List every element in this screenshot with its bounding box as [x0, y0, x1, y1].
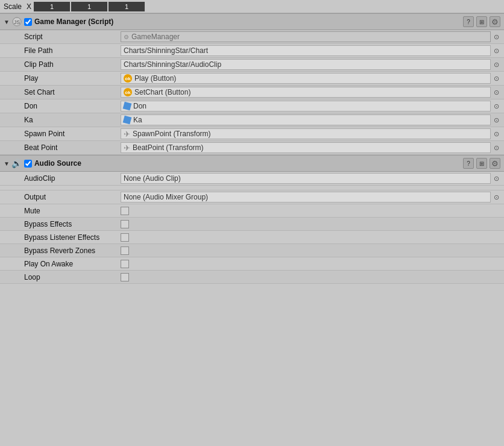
prop-value-text: Don [133, 102, 146, 110]
gm-prop-row: Ka Ka ⊙ [0, 113, 504, 127]
prop-value-cell: Don ⊙ [121, 101, 504, 111]
gm-prop-row: Clip Path Charts/ShinningStar/AudioClip … [0, 58, 504, 72]
audio-source-expand-button[interactable]: ⊞ [476, 158, 487, 169]
gear-icon: ⚙ [491, 17, 499, 27]
game-manager-collapse-arrow[interactable]: ▼ [4, 19, 10, 25]
prop-checkbox[interactable] [121, 233, 129, 242]
prop-settings-button[interactable]: ⊙ [491, 128, 502, 139]
ok-icon: ok [124, 88, 132, 96]
prop-value-cell: ✈ BeatPoint (Transform) ⊙ [121, 142, 504, 153]
script-value-field[interactable]: ⚙ GameManager [121, 31, 491, 42]
prop-checkbox[interactable] [121, 260, 129, 268]
prop-value-field[interactable]: ok SetChart (Button) [121, 87, 491, 98]
prop-value-field[interactable]: None (Audio Mixer Group) [121, 192, 491, 203]
prop-settings-button[interactable]: ⊙ [491, 59, 502, 70]
as-check-row: Mute [0, 204, 504, 218]
gear-icon: ⚙ [491, 159, 499, 168]
prop-value-field[interactable]: None (Audio Clip) [121, 173, 491, 184]
prop-label: Output [0, 193, 121, 201]
prop-settings-button[interactable]: ⊙ [491, 45, 502, 56]
prop-value-field[interactable]: ok Play (Button) [121, 73, 491, 84]
scale-x-input[interactable] [34, 2, 70, 11]
prop-value-field[interactable]: ✈ BeatPoint (Transform) [121, 142, 491, 153]
game-manager-gear-button[interactable]: ⚙ [490, 16, 500, 27]
game-manager-header-buttons: ? ⊞ ⚙ [463, 16, 500, 27]
prop-check-cell [121, 207, 504, 215]
gm-prop-row: Set Chart ok SetChart (Button) ⊙ [0, 86, 504, 99]
game-manager-help-button[interactable]: ? [463, 16, 474, 27]
game-manager-expand-button[interactable]: ⊞ [476, 16, 487, 27]
ok-icon: ok [124, 74, 132, 83]
prop-label: Set Chart [0, 88, 121, 96]
audio-source-icon: 🔊 [12, 159, 22, 168]
prop-value-text: BeatPoint (Transform) [133, 143, 204, 152]
prop-value-cell: None (Audio Mixer Group) ⊙ [121, 192, 504, 203]
transform-icon: ✈ [124, 143, 130, 152]
prop-value-text: Charts/ShinningStar/AudioClip [124, 60, 221, 69]
prop-settings-button[interactable]: ⊙ [491, 142, 502, 153]
prop-label: Loop [0, 273, 121, 281]
audio-source-help-button[interactable]: ? [463, 158, 474, 169]
prop-settings-button[interactable]: ⊙ [491, 115, 502, 125]
expand-icon: ⊞ [479, 19, 484, 25]
cube-icon [123, 102, 132, 111]
prop-checkbox[interactable] [121, 207, 129, 215]
prop-settings-button[interactable]: ⊙ [491, 73, 502, 84]
prop-check-cell [121, 247, 504, 255]
prop-label: AudioClip [0, 174, 121, 183]
prop-label: Bypass Listener Effects [0, 233, 121, 242]
script-label: Script [0, 33, 121, 41]
question-icon: ? [467, 19, 470, 25]
game-manager-component: ▼ JS Game Manager (Script) ? ⊞ ⚙ [0, 13, 504, 155]
prop-value-text: Ka [133, 116, 142, 124]
gm-prop-row: File Path Charts/ShinningStar/Chart ⊙ [0, 44, 504, 58]
prop-value-field[interactable]: Charts/ShinningStar/Chart [121, 45, 491, 56]
prop-settings-button[interactable]: ⊙ [491, 173, 502, 184]
prop-check-cell [121, 220, 504, 228]
prop-label: Spawn Point [0, 130, 121, 138]
as-check-row: Play On Awake [0, 257, 504, 271]
prop-label: Ka [0, 116, 121, 124]
prop-label: Beat Point [0, 143, 121, 152]
as-check-row: Bypass Reverb Zones [0, 244, 504, 257]
prop-checkbox[interactable] [121, 247, 129, 255]
audio-source-component: ▼ 🔊 Audio Source ? ⊞ ⚙ AudioClip None (A… [0, 155, 504, 284]
inspector-panel: Scale X ▼ JS Game Manager (Script) ? [0, 0, 504, 284]
prop-settings-button[interactable]: ⊙ [491, 87, 502, 98]
prop-value-cell: ok SetChart (Button) ⊙ [121, 87, 504, 98]
scale-z-input[interactable] [109, 2, 145, 11]
expand-icon: ⊞ [479, 160, 484, 167]
prop-value-text: Charts/ShinningStar/Chart [124, 46, 208, 55]
spacer-row [0, 186, 504, 190]
prop-checkbox[interactable] [121, 220, 129, 228]
audio-source-title: Audio Source [34, 159, 461, 168]
prop-settings-button[interactable]: ⊙ [491, 101, 502, 111]
prop-label: Clip Path [0, 60, 121, 69]
script-value-cell: ⚙ GameManager ⊙ [121, 31, 504, 42]
gm-prop-row: Beat Point ✈ BeatPoint (Transform) ⊙ [0, 141, 504, 155]
prop-value-text: None (Audio Clip) [124, 174, 181, 183]
prop-label: Play On Awake [0, 260, 121, 268]
gm-prop-row: Don Don ⊙ [0, 99, 504, 113]
prop-value-field[interactable]: Don [121, 101, 491, 111]
prop-checkbox[interactable] [121, 273, 129, 281]
game-manager-enabled-checkbox[interactable] [24, 18, 32, 26]
audio-source-enabled-checkbox[interactable] [24, 160, 32, 168]
prop-value-field[interactable]: Charts/ShinningStar/AudioClip [121, 59, 491, 70]
scale-y-input[interactable] [71, 2, 107, 11]
prop-settings-button[interactable]: ⊙ [491, 192, 502, 203]
script-settings-button[interactable]: ⊙ [491, 31, 502, 42]
prop-value-text: Play (Button) [134, 74, 176, 83]
prop-value-field[interactable]: Ka [121, 115, 491, 125]
audio-source-gear-button[interactable]: ⚙ [490, 158, 500, 169]
prop-label: File Path [0, 46, 121, 55]
game-manager-title: Game Manager (Script) [34, 17, 461, 26]
x-axis-label: X [27, 2, 31, 11]
as-check-row: Loop [0, 271, 504, 284]
prop-value-cell: ok Play (Button) ⊙ [121, 73, 504, 84]
prop-value-cell: Charts/ShinningStar/Chart ⊙ [121, 45, 504, 56]
prop-check-cell [121, 233, 504, 242]
prop-value-field[interactable]: ✈ SpawnPoint (Transform) [121, 128, 491, 139]
audio-source-collapse-arrow[interactable]: ▼ [4, 160, 10, 167]
prop-check-cell [121, 273, 504, 281]
